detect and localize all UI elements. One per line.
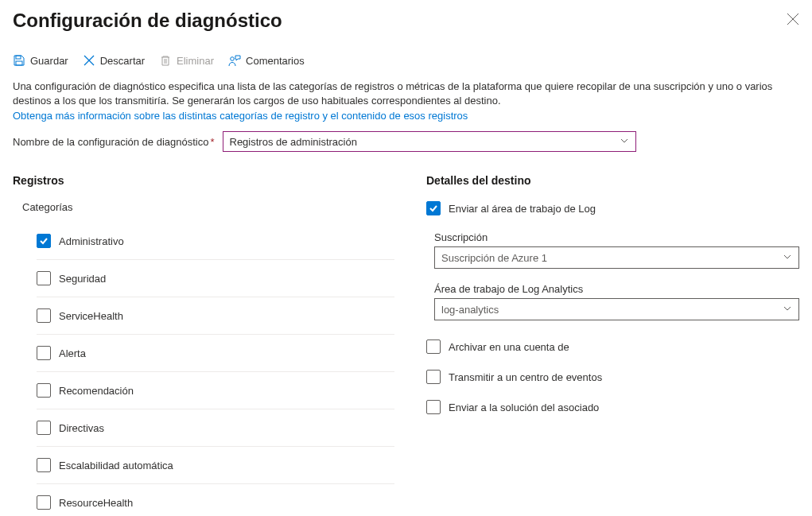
category-label: ResourceHealth — [59, 497, 133, 509]
svg-point-8 — [231, 57, 235, 61]
category-item: Alerta — [37, 335, 394, 372]
discard-button[interactable]: Descartar — [83, 54, 145, 67]
category-label: Directivas — [59, 422, 104, 434]
category-label: Seguridad — [59, 273, 106, 285]
description-text: Una configuración de diagnóstico especif… — [13, 80, 799, 108]
svg-rect-3 — [16, 61, 22, 65]
save-label: Guardar — [30, 55, 68, 67]
category-checkbox[interactable] — [37, 421, 51, 435]
setting-name-input[interactable]: Registros de administración — [223, 131, 636, 152]
category-checkbox[interactable] — [37, 458, 51, 472]
category-checkbox[interactable] — [37, 495, 51, 510]
category-item: ServiceHealth — [37, 297, 394, 335]
stream-eventhub-label: Transmitir a un centro de eventos — [449, 371, 602, 383]
learn-more-link[interactable]: Obtenga más información sobre las distin… — [13, 110, 468, 122]
category-item: ResourceHealth — [37, 484, 394, 516]
person-feedback-icon — [228, 54, 241, 67]
category-item: Administrativo — [37, 223, 394, 260]
category-label: ServiceHealth — [59, 310, 123, 322]
category-checkbox[interactable] — [37, 234, 51, 248]
toolbar: Guardar Descartar Eliminar — [13, 54, 799, 67]
logs-heading: Registros — [13, 174, 394, 187]
discard-label: Descartar — [100, 55, 145, 67]
chevron-down-icon — [620, 136, 629, 148]
destination-heading: Detalles del destino — [426, 174, 799, 187]
category-item: Escalabilidad automática — [37, 447, 394, 484]
required-indicator: * — [210, 136, 214, 148]
category-item: Seguridad — [37, 260, 394, 297]
delete-label: Eliminar — [177, 55, 214, 67]
category-label: Alerta — [59, 347, 86, 359]
svg-rect-2 — [16, 56, 21, 59]
category-item: Directivas — [37, 409, 394, 447]
stream-eventhub-checkbox[interactable] — [426, 370, 441, 384]
category-checkbox[interactable] — [37, 383, 51, 398]
workspace-label: Área de trabajo de Log Analytics — [434, 283, 799, 295]
category-item: Recomendación — [37, 372, 394, 409]
category-checkbox[interactable] — [37, 271, 51, 285]
subscription-select[interactable]: Suscripción de Azure 1 — [434, 246, 799, 269]
category-checkbox[interactable] — [37, 308, 51, 323]
categories-list: AdministrativoSeguridadServiceHealthAler… — [37, 223, 394, 516]
trash-icon — [159, 54, 172, 67]
workspace-select[interactable]: log-analytics — [434, 298, 799, 320]
save-button[interactable]: Guardar — [13, 54, 68, 67]
page-title: Configuración de diagnóstico — [13, 10, 282, 32]
workspace-value: log-analytics — [441, 304, 499, 316]
send-partner-row: Enviar a la solución del asociado — [426, 400, 799, 414]
stream-eventhub-row: Transmitir a un centro de eventos — [426, 370, 799, 384]
subscription-value: Suscripción de Azure 1 — [441, 252, 547, 264]
send-log-workspace-row: Enviar al área de trabajo de Log — [426, 201, 799, 215]
categories-subheading: Categorías — [22, 201, 394, 213]
send-log-workspace-checkbox[interactable] — [426, 201, 441, 215]
category-label: Escalabilidad automática — [59, 460, 173, 471]
delete-button: Eliminar — [159, 54, 214, 67]
category-label: Administrativo — [59, 235, 124, 247]
setting-name-label: Nombre de la configuración de diagnóstic… — [13, 136, 215, 148]
send-log-workspace-label: Enviar al área de trabajo de Log — [449, 203, 596, 215]
archive-storage-label: Archivar en una cuenta de — [449, 341, 569, 353]
category-checkbox[interactable] — [37, 346, 51, 360]
send-partner-checkbox[interactable] — [426, 400, 441, 414]
send-partner-label: Enviar a la solución del asociado — [449, 402, 599, 413]
chevron-down-icon — [783, 252, 792, 264]
setting-name-value: Registros de administración — [230, 136, 357, 148]
save-icon — [13, 54, 25, 67]
archive-storage-checkbox[interactable] — [426, 339, 441, 354]
chevron-down-icon — [783, 304, 792, 316]
archive-storage-row: Archivar en una cuenta de — [426, 339, 799, 354]
subscription-label: Suscripción — [434, 231, 799, 243]
feedback-button[interactable]: Comentarios — [228, 54, 305, 67]
category-label: Recomendación — [59, 385, 134, 397]
feedback-label: Comentarios — [246, 55, 305, 67]
discard-icon — [83, 54, 95, 67]
close-icon[interactable] — [787, 13, 799, 25]
